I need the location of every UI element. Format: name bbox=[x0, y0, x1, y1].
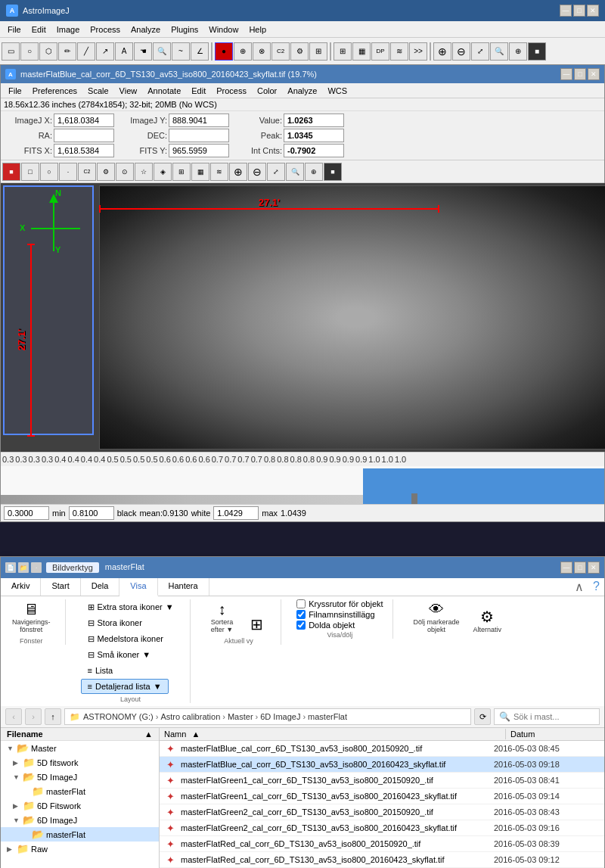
ra-input[interactable] bbox=[54, 129, 114, 142]
tree-5d-imagej[interactable]: ▼ 📂 5D ImageJ bbox=[1, 770, 159, 784]
nav-path-bar[interactable]: 📁 ASTRONOMY (G:) › Astro calibration › M… bbox=[64, 708, 471, 725]
img-tool-circle2[interactable]: ○ bbox=[40, 163, 58, 181]
breadcrumb-2[interactable]: Astro calibration bbox=[160, 712, 220, 721]
tree-5d-fitswork[interactable]: ▶ 📁 5D fitswork bbox=[1, 755, 159, 770]
hist-min-input[interactable] bbox=[4, 506, 49, 520]
inner-maximize[interactable]: □ bbox=[574, 68, 586, 80]
menu-window[interactable]: Window bbox=[204, 23, 243, 36]
rb-extra-stora[interactable]: ⊞ Extra stora ikoner ▼ bbox=[81, 599, 181, 614]
rb-medelstora[interactable]: ⊟ Medelstora ikoner bbox=[81, 631, 170, 646]
imagejy-input[interactable] bbox=[169, 114, 229, 127]
histogram-canvas[interactable] bbox=[1, 466, 604, 504]
imagejx-input[interactable] bbox=[54, 114, 114, 127]
menu-plugins[interactable]: Plugins bbox=[166, 23, 203, 36]
img-tool-zoom2[interactable]: ⊕ bbox=[229, 163, 247, 181]
inner-close[interactable]: ✕ bbox=[588, 68, 600, 80]
tool-extra2[interactable]: ≋ bbox=[390, 42, 408, 61]
cb-kryssrutor[interactable]: Kryssrutor för objekt bbox=[296, 599, 383, 608]
menu-process[interactable]: Process bbox=[85, 23, 125, 36]
rb-dolj-markerade[interactable]: 👁 Dölj markeradeobjekt bbox=[408, 599, 465, 636]
file-row-1[interactable]: ✦ masterFlatBlue_cal_corr_6D_TS130_av53_… bbox=[160, 741, 604, 757]
tool-magnify[interactable]: 🔍 bbox=[153, 42, 171, 61]
col-datum[interactable]: Datum bbox=[506, 729, 604, 739]
inner-menu-wcs[interactable]: WCS bbox=[323, 86, 352, 96]
img-tool-c2b[interactable]: C2 bbox=[78, 163, 96, 181]
inner-menu-file[interactable]: File bbox=[4, 86, 26, 96]
inner-menu-annotate[interactable]: Annotate bbox=[143, 86, 185, 96]
file-row-6[interactable]: ✦ masterFlatGreen2_cal_corr_6D_TS130_av5… bbox=[160, 820, 604, 836]
tool-invert[interactable]: ■ bbox=[528, 42, 546, 61]
menu-analyze[interactable]: Analyze bbox=[126, 23, 165, 36]
fe-close[interactable]: ✕ bbox=[588, 562, 600, 574]
rb-sortera[interactable]: ↕ Sorteraefter ▼ bbox=[206, 599, 239, 636]
hist-black-input[interactable] bbox=[69, 506, 114, 520]
tab-dela[interactable]: Dela bbox=[81, 578, 120, 596]
img-tool-invert2[interactable]: ■ bbox=[324, 163, 342, 181]
tool-freehand[interactable]: ✏ bbox=[58, 42, 76, 61]
tree-master[interactable]: ▼ 📂 Master bbox=[1, 741, 159, 755]
peak-input[interactable] bbox=[284, 129, 344, 142]
breadcrumb-1[interactable]: ASTRONOMY (G:) bbox=[83, 712, 154, 721]
img-tool-square[interactable]: □ bbox=[21, 163, 39, 181]
inner-menu-color[interactable]: Color bbox=[253, 86, 281, 96]
ribbon-collapse[interactable]: ∧ bbox=[570, 578, 588, 596]
hist-scroll-thumb[interactable] bbox=[411, 493, 417, 504]
intcnts-input[interactable] bbox=[284, 144, 344, 157]
close-button[interactable]: ✕ bbox=[587, 5, 599, 17]
tab-visa[interactable]: Visa bbox=[119, 578, 157, 596]
nav-refresh[interactable]: ⟳ bbox=[474, 708, 491, 725]
img-tool-extra4[interactable]: ◈ bbox=[154, 163, 172, 181]
img-tool-fit2[interactable]: ⤢ bbox=[267, 163, 285, 181]
cb-dolda-input[interactable] bbox=[296, 621, 306, 630]
inner-menu-analyze[interactable]: Analyze bbox=[283, 86, 321, 96]
img-tool-extra5[interactable]: ≋ bbox=[210, 163, 228, 181]
rb-detaljerad[interactable]: ≡ Detaljerad lista ▼ bbox=[81, 679, 169, 694]
rb-stora[interactable]: ⊟ Stora ikoner bbox=[81, 615, 149, 630]
tool-grid[interactable]: ⊞ bbox=[334, 42, 352, 61]
tool-circle[interactable]: ⊕ bbox=[234, 42, 252, 61]
tool-fit[interactable]: ⤢ bbox=[471, 42, 489, 61]
tree-masterflat-5d[interactable]: 📁 masterFlat bbox=[1, 784, 159, 798]
img-tool-aperture[interactable]: ⊙ bbox=[116, 163, 134, 181]
tool-angle[interactable]: ∠ bbox=[191, 42, 209, 61]
rb-lista[interactable]: ≡ Lista bbox=[81, 663, 120, 678]
img-tool-search2[interactable]: 🔍 bbox=[286, 163, 304, 181]
file-row-4[interactable]: ✦ masterFlatGreen1_cal_corr_6D_TS130_av5… bbox=[160, 789, 604, 804]
menu-image[interactable]: Image bbox=[52, 23, 85, 36]
flat-image[interactable] bbox=[99, 185, 605, 450]
rb-alternativ[interactable]: ⚙ Alternativ bbox=[468, 607, 507, 636]
breadcrumb-4[interactable]: 6D ImageJ bbox=[260, 712, 300, 721]
img-tool-crosshair2[interactable]: ⊕ bbox=[305, 163, 323, 181]
file-row-2[interactable]: ✦ masterFlatBlue_cal_corr_6D_TS130_av53_… bbox=[160, 757, 604, 773]
tool-crosshair[interactable]: ⊕ bbox=[509, 42, 527, 61]
tool-polygon[interactable]: ⬡ bbox=[39, 42, 57, 61]
cb-filnamn-input[interactable] bbox=[296, 610, 306, 619]
tool-search[interactable]: 🔍 bbox=[490, 42, 508, 61]
cb-filnamn[interactable]: Filnamnsinstillägg bbox=[296, 610, 374, 619]
search-input[interactable] bbox=[513, 712, 589, 721]
tool-settings[interactable]: ⚙ bbox=[290, 42, 309, 61]
fitsx-input[interactable] bbox=[54, 144, 114, 157]
tool-point[interactable]: ● bbox=[215, 42, 233, 61]
file-row-7[interactable]: ✦ masterFlatRed_cal_corr_6D_TS130_av53_i… bbox=[160, 836, 604, 852]
tab-arkiv[interactable]: Arkiv bbox=[1, 578, 41, 596]
cb-kryssrutor-input[interactable] bbox=[296, 599, 306, 608]
tool-hand[interactable]: ☚ bbox=[134, 42, 152, 61]
tool-oval[interactable]: ○ bbox=[20, 42, 39, 61]
inner-menu-view[interactable]: View bbox=[115, 86, 142, 96]
fe-minimize[interactable]: — bbox=[560, 562, 572, 574]
dec-input[interactable] bbox=[169, 129, 229, 142]
cb-dolda[interactable]: Dolda objekt bbox=[296, 621, 355, 630]
menu-help[interactable]: Help bbox=[244, 23, 271, 36]
img-tool-zoom3[interactable]: ⊖ bbox=[248, 163, 266, 181]
inner-menu-preferences[interactable]: Preferences bbox=[28, 86, 82, 96]
menu-file[interactable]: File bbox=[3, 23, 26, 36]
file-row-5[interactable]: ✦ masterFlatGreen2_cal_corr_6D_TS130_av5… bbox=[160, 804, 604, 820]
tool-more[interactable]: >> bbox=[409, 42, 427, 61]
inner-menu-scale[interactable]: Scale bbox=[83, 86, 113, 96]
tool-extra1[interactable]: ⊞ bbox=[309, 42, 327, 61]
hist-white-input[interactable] bbox=[213, 506, 259, 520]
tool-compass[interactable]: ⊗ bbox=[253, 42, 271, 61]
tool-photo[interactable]: ▦ bbox=[352, 42, 371, 61]
tool-c2[interactable]: C2 bbox=[271, 42, 290, 61]
